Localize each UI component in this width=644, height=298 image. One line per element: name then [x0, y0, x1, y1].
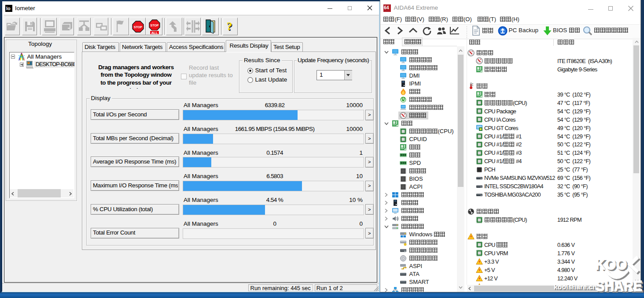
svg-text:ALL: ALL: [151, 31, 158, 35]
svg-text:SHARE: SHARE: [596, 278, 642, 294]
svg-text:KOO: KOO: [595, 256, 627, 272]
svg-text:STOP: STOP: [134, 26, 142, 29]
svg-text:STOP: STOP: [151, 24, 159, 27]
